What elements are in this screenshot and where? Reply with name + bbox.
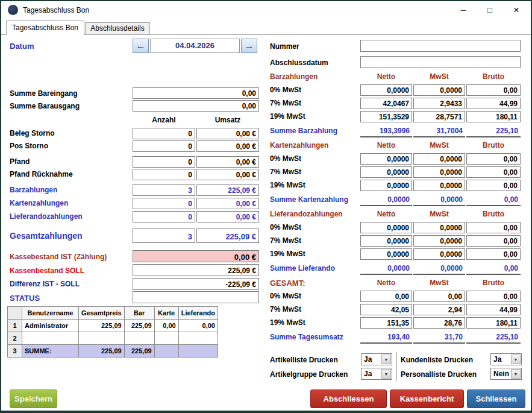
date-next-icon[interactable]: → xyxy=(241,39,257,53)
table-row[interactable]: 2 xyxy=(8,332,218,345)
row-number: 1 xyxy=(8,320,22,332)
pfand-ruecknahme-anzahl-field: 0 xyxy=(133,169,195,180)
dropdown-value: Ja xyxy=(493,355,501,364)
table-header-row: Benutzername Gesamtpreis Bar Karte Liefe… xyxy=(8,307,218,320)
abschliessen-button[interactable]: Abschliessen xyxy=(310,389,387,408)
lief-19mwst-brutto-field: 0,00 xyxy=(466,248,521,260)
bareingang-field[interactable]: 0,00 xyxy=(133,87,259,99)
cell-lieferando xyxy=(178,345,217,358)
gesamt-0mwst-brutto-field: 0,00 xyxy=(466,291,521,302)
tab-tagesabschluss-bon[interactable]: Tagesabschluss Bon xyxy=(6,20,84,35)
karten-19mwst-mwst-field: 0,0000 xyxy=(413,180,465,191)
differenz-field: -225,09 € xyxy=(133,278,259,290)
summe-tagesumsatz-label: Summe Tagesumsatz xyxy=(270,333,343,341)
chevron-down-icon[interactable]: ▼ xyxy=(511,355,521,364)
bar-19mwst-label: 19% MwSt xyxy=(270,112,305,121)
lief-19mwst-netto-field: 0,0000 xyxy=(360,248,412,260)
col-bar: Bar xyxy=(124,307,154,320)
bareingang-label: Summe Bareingang xyxy=(10,89,78,98)
lieferandozahlungen-label: Lieferandozahlungen xyxy=(10,212,83,221)
barausgang-field[interactable]: 0,00 xyxy=(133,100,259,112)
titlebar: Tagesabschluss Bon ─ □ × xyxy=(1,1,531,19)
section-title-barzahlungen: Barzahlungen xyxy=(270,72,318,81)
pos-storno-anzahl-field: 0 xyxy=(133,140,195,152)
cell-gesamtpreis xyxy=(79,332,125,345)
table-row[interactable]: 1 Administrator 225,09 225,09 0,00 0,00 xyxy=(8,320,218,332)
kartenzahlungen-anzahl-field: 0 xyxy=(133,198,195,209)
beleg-storno-umsatz-field: 0,00 € xyxy=(196,128,259,139)
brutto-header: Brutto xyxy=(466,141,521,150)
lief-7mwst-mwst-field: 0,0000 xyxy=(413,235,465,247)
lieferandozahlungen-umsatz-field: 0,00 € xyxy=(196,211,259,222)
lief-19mwst-mwst-field: 0,0000 xyxy=(413,248,465,260)
bar-0mwst-netto-field: 0,0000 xyxy=(360,84,412,96)
cell-karte xyxy=(154,345,178,358)
table-summe-row[interactable]: 3 SUMME: 225,09 225,09 xyxy=(8,345,218,358)
karten-7mwst-brutto-field: 0,00 xyxy=(466,166,521,178)
brutto-header: Brutto xyxy=(466,279,521,287)
nummer-field[interactable] xyxy=(360,40,521,52)
personalliste-drucken-label: Personalliste Drucken xyxy=(401,370,477,379)
barzahlungen-anzahl-field: 3 xyxy=(133,184,195,196)
netto-header: Netto xyxy=(360,210,412,218)
chevron-down-icon[interactable]: ▼ xyxy=(511,369,521,379)
chevron-down-icon[interactable]: ▼ xyxy=(381,369,391,379)
pfand-label: Pfand xyxy=(10,157,30,166)
cell-benutzername xyxy=(22,332,79,345)
dropdown-value: Nein xyxy=(493,370,509,378)
barzahlungen-label: Barzahlungen xyxy=(10,186,57,194)
pos-storno-umsatz-field: 0,00 € xyxy=(196,140,259,152)
summe-barzahlung-mwst: 31,7004 xyxy=(413,125,465,137)
karten-19mwst-netto-field: 0,0000 xyxy=(360,180,412,191)
kassenbericht-button[interactable]: Kassenbericht xyxy=(390,389,464,408)
date-prev-icon[interactable]: ← xyxy=(133,39,149,53)
netto-header: Netto xyxy=(360,141,412,150)
cell-bar xyxy=(124,332,154,345)
schliessen-button[interactable]: Schliessen xyxy=(467,389,525,408)
artikelgruppe-drucken-dropdown[interactable]: Ja ▼ xyxy=(361,368,392,380)
chevron-down-icon[interactable]: ▼ xyxy=(381,355,391,364)
minimize-icon[interactable]: ─ xyxy=(450,1,477,19)
brutto-header: Brutto xyxy=(466,72,521,81)
kassenbestand-soll-field: 225,09 € xyxy=(133,264,259,276)
gesamt-0mwst-label: 0% MwSt xyxy=(270,292,301,300)
gesamtzahlungen-umsatz-field: 225,09 € xyxy=(196,229,259,243)
gesamtzahlungen-label: Gesamtzahlungen xyxy=(10,231,83,241)
karten-7mwst-netto-field: 0,0000 xyxy=(360,166,412,178)
abschlussdatum-field[interactable] xyxy=(360,56,521,68)
kassebestand-ist-label: Kassebestand IST (Zählung) xyxy=(10,253,107,261)
netto-header: Netto xyxy=(360,72,412,81)
kundenliste-drucken-dropdown[interactable]: Ja ▼ xyxy=(490,353,522,365)
kassenbestand-soll-label: Kassenbestand SOLL xyxy=(10,266,84,275)
pfand-ruecknahme-label: Pfand Rücknahme xyxy=(10,170,73,178)
nummer-label: Nummer xyxy=(270,42,299,51)
bar-7mwst-brutto-field: 44,99 xyxy=(466,98,521,109)
summe-lieferando-brutto: 0,00 xyxy=(466,263,521,275)
cell-bar: 225,09 xyxy=(124,345,154,358)
cell-gesamtpreis: 225,09 xyxy=(79,320,125,332)
maximize-icon[interactable]: □ xyxy=(477,1,503,19)
summe-kartenzahlung-brutto: 0,00 xyxy=(466,194,521,206)
gesamt-7mwst-brutto-field: 44,99 xyxy=(466,304,521,315)
col-lieferando: Lieferando xyxy=(178,307,217,320)
summe-tagesumsatz-mwst: 31,70 xyxy=(413,332,465,344)
benutzer-table: Benutzername Gesamtpreis Bar Karte Liefe… xyxy=(7,306,218,358)
cell-gesamtpreis: 225,09 xyxy=(79,345,125,358)
section-title-kartenzahlungen: Kartenzahlungen xyxy=(270,141,328,150)
date-field[interactable]: 04.04.2026 xyxy=(150,39,240,53)
summe-kartenzahlung-mwst: 0,0000 xyxy=(413,194,465,206)
abschlussdatum-label: Abschlussdatum xyxy=(270,58,328,67)
tagesabschluss-window: Tagesabschluss Bon ─ □ × Tagesabschluss … xyxy=(0,0,532,413)
window-controls: ─ □ × xyxy=(450,1,530,19)
tab-abschlussdetails[interactable]: Abschlussdetails xyxy=(85,22,150,34)
lief-7mwst-netto-field: 0,0000 xyxy=(360,235,412,247)
close-icon[interactable]: × xyxy=(503,1,530,19)
speichern-button[interactable]: Speichern xyxy=(10,389,57,408)
kassebestand-ist-field[interactable]: 0,00 € xyxy=(133,250,259,262)
gesamt-19mwst-brutto-field: 180,11 xyxy=(466,317,521,329)
col-karte: Karte xyxy=(154,307,178,320)
barzahlungen-umsatz-field: 225,09 € xyxy=(196,184,259,196)
artikelliste-drucken-dropdown[interactable]: Ja ▼ xyxy=(361,353,392,365)
personalliste-drucken-dropdown[interactable]: Nein ▼ xyxy=(490,368,522,380)
karten-0mwst-label: 0% MwSt xyxy=(270,154,301,163)
